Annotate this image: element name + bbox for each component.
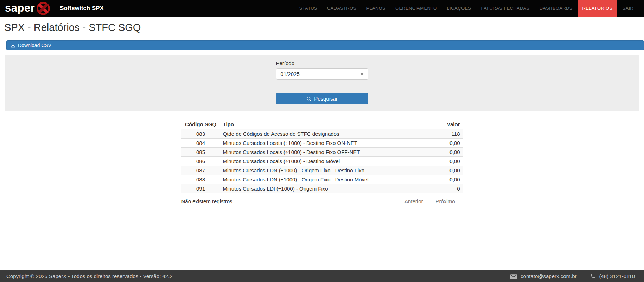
saperx-logo-x-icon	[36, 1, 51, 16]
cell-codigo-sgq: 087	[181, 166, 220, 175]
table-footer: Não existem registros. Anterior Próximo	[181, 198, 463, 204]
pesquisar-button[interactable]: Pesquisar	[276, 93, 368, 104]
pagination-previous-link[interactable]: Anterior	[404, 198, 423, 204]
pesquisar-label: Pesquisar	[314, 96, 338, 102]
saperx-logo-text: saper	[5, 2, 35, 13]
top-navbar: saper Softswitch SPX STATUSCADASTROSPLAN…	[0, 0, 644, 17]
brand-divider	[54, 3, 54, 14]
copyright-text: Copyright © 2025 SaperX - Todos os direi…	[6, 273, 173, 279]
table-row: 088Minutos Cursados LDN (÷1000) - Origem…	[181, 175, 463, 184]
nav-item-dashboards[interactable]: DASHBOARDS	[535, 0, 578, 17]
nav-menu: STATUSCADASTROSPLANOSGERENCIAMENTOLIGAÇÕ…	[294, 0, 644, 17]
cell-valor: 0,00	[417, 148, 463, 157]
cell-valor: 0,00	[417, 166, 463, 175]
table-row: 087Minutos Cursados LDN (÷1000) - Origem…	[181, 166, 463, 175]
table-row: 086Minutos Cursados Locais (÷1000) - Des…	[181, 157, 463, 166]
page-root: saper Softswitch SPX STATUSCADASTROSPLAN…	[0, 0, 644, 282]
email-group: contato@saperx.com.br	[510, 273, 576, 279]
contact-email-link[interactable]: contato@saperx.com.br	[521, 273, 576, 279]
column-header-codigo-sgq: Código SGQ	[181, 120, 220, 129]
column-header-tipo: Tipo	[220, 120, 417, 129]
cell-tipo: Qtde de Códigos de Acesso de STFC design…	[220, 129, 417, 139]
table-row: 085Minutos Cursados Locais (÷1000) - Des…	[181, 148, 463, 157]
cell-tipo: Minutos Cursados LDN (÷1000) - Origem Fi…	[220, 175, 417, 184]
nav-item-relatorios[interactable]: RELATÓRIOS	[578, 0, 618, 17]
cell-valor: 0,00	[417, 157, 463, 166]
cell-codigo-sgq: 084	[181, 139, 220, 148]
period-label: Período	[276, 60, 368, 66]
empty-records-text: Não existem registros.	[181, 198, 234, 204]
phone-group: (48) 3121-0110	[590, 273, 635, 279]
cell-codigo-sgq: 088	[181, 175, 220, 184]
nav-item-cadastros[interactable]: CADASTROS	[322, 0, 362, 17]
phone-icon	[590, 273, 596, 279]
envelope-icon	[510, 273, 517, 279]
nav-item-gerenciamento[interactable]: GERENCIAMENTO	[390, 0, 442, 17]
cell-valor: 0	[417, 184, 463, 193]
footer: Copyright © 2025 SaperX - Todos os direi…	[0, 270, 644, 282]
nav-item-planos[interactable]: PLANOS	[361, 0, 390, 17]
cell-tipo: Minutos Cursados Locais (÷1000) - Destin…	[220, 157, 417, 166]
nav-item-ligacoes[interactable]: LIGAÇÕES	[442, 0, 476, 17]
pagination: Anterior Próximo	[404, 198, 463, 204]
sgq-table-body: 083Qtde de Códigos de Acesso de STFC des…	[181, 129, 463, 193]
page-title: SPX - Relatórios - STFC SGQ	[4, 22, 639, 37]
nav-item-sair[interactable]: SAIR	[617, 0, 638, 17]
period-select-value: 01/2025	[281, 71, 300, 77]
cell-valor: 0,00	[417, 139, 463, 148]
contact-phone-number: (48) 3121-0110	[599, 273, 635, 279]
nav-item-faturas-fechadas[interactable]: FATURAS FECHADAS	[476, 0, 534, 17]
cell-codigo-sgq: 083	[181, 129, 220, 139]
search-icon	[306, 96, 312, 102]
app-name: Softswitch SPX	[60, 5, 104, 12]
cell-codigo-sgq: 086	[181, 157, 220, 166]
download-csv-button[interactable]: Download CSV	[6, 40, 644, 50]
download-csv-label: Download CSV	[18, 43, 51, 48]
cell-codigo-sgq: 091	[181, 184, 220, 193]
sgq-table-head: Código SGQTipoValor	[181, 120, 463, 129]
period-select[interactable]: 01/2025	[276, 68, 368, 80]
table-header-row: Código SGQTipoValor	[181, 120, 463, 129]
cell-codigo-sgq: 085	[181, 148, 220, 157]
cell-tipo: Minutos Cursados LDN (÷1000) - Origem Fi…	[220, 166, 417, 175]
pagination-next-link[interactable]: Próximo	[435, 198, 455, 204]
cell-tipo: Minutos Cursados LDI (÷1000) - Origem Fi…	[220, 184, 417, 193]
cell-tipo: Minutos Cursados Locais (÷1000) - Destin…	[220, 148, 417, 157]
download-icon	[11, 43, 15, 48]
cell-valor: 118	[417, 129, 463, 139]
column-header-valor: Valor	[417, 120, 463, 129]
filter-column: Período 01/2025 Pesquisar	[276, 55, 368, 111]
sgq-table: Código SGQTipoValor 083Qtde de Códigos d…	[181, 120, 463, 193]
sgq-report-section: Código SGQTipoValor 083Qtde de Códigos d…	[181, 120, 463, 204]
cell-valor: 0,00	[417, 175, 463, 184]
cell-tipo: Minutos Cursados Locais (÷1000) - Destin…	[220, 139, 417, 148]
table-row: 091Minutos Cursados LDI (÷1000) - Origem…	[181, 184, 463, 193]
nav-item-status[interactable]: STATUS	[294, 0, 322, 17]
chevron-down-icon	[360, 73, 364, 75]
footer-contact: contato@saperx.com.br (48) 3121-0110	[510, 273, 635, 279]
table-row: 084Minutos Cursados Locais (÷1000) - Des…	[181, 139, 463, 148]
table-row: 083Qtde de Códigos de Acesso de STFC des…	[181, 129, 463, 139]
filter-panel: Período 01/2025 Pesquisar	[5, 55, 639, 111]
brand: saper Softswitch SPX	[0, 0, 104, 17]
